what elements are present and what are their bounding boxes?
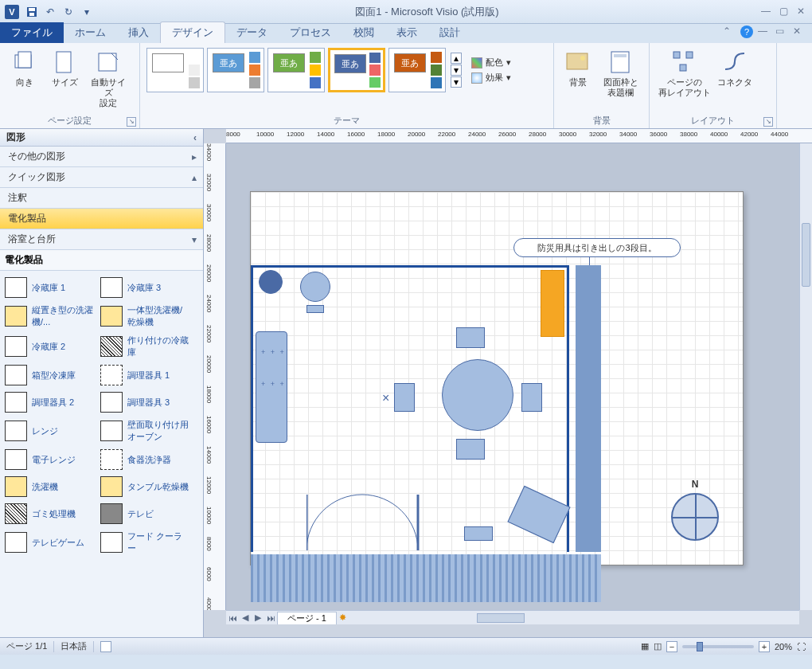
shape-item[interactable]: 壁面取り付け用オーブン [97,416,193,446]
shape-item[interactable]: 食器洗浄器 [97,446,193,473]
zoom-slider[interactable] [682,645,754,648]
shape-chair-bottom[interactable] [456,439,485,460]
wall-segment[interactable] [576,265,601,552]
shape-item[interactable]: 一体型洗濯機/乾燥機 [97,301,193,331]
shape-chair-right[interactable] [521,383,542,412]
zoom-in-button[interactable]: + [759,641,770,652]
tab-plan[interactable]: 設計 [428,22,471,43]
theme-swatch-1[interactable]: 亜あ [207,48,264,92]
tab-review[interactable]: 校閲 [342,22,385,43]
shape-round-table[interactable] [442,359,513,431]
zoom-slider-thumb[interactable] [697,642,703,651]
shape-item[interactable]: テレビ [97,500,193,527]
stencil-bath-kitchen[interactable]: 浴室と台所▾ [0,229,203,250]
help-icon[interactable]: ? [740,25,753,38]
maximize-button[interactable]: ▢ [777,6,790,18]
colors-button[interactable]: 配色 ▾ [470,55,513,70]
shape-item[interactable]: レンジ [2,416,97,446]
fit-width-icon[interactable]: ◫ [654,641,662,651]
theme-swatch-2[interactable]: 亜あ [267,48,325,92]
page-tab-1[interactable]: ページ - 1 [277,612,337,624]
ribbon-minimize-icon[interactable]: ⌃ [723,25,736,38]
shape-double-door[interactable] [306,487,426,550]
hscroll-thumb[interactable] [477,613,525,623]
shape-item[interactable]: 縦置き型の洗濯機/... [2,301,97,331]
page-first[interactable]: ⏮ [226,613,239,623]
shape-chair-left[interactable] [394,383,415,412]
layout-launcher[interactable]: ↘ [763,117,773,127]
vertical-scrollbar[interactable] [799,143,812,610]
shape-item[interactable]: 冷蔵庫 1 [2,274,97,301]
connectors-button[interactable]: コネクタ [715,46,755,102]
shape-item[interactable]: フード クーラー [97,527,193,558]
page-last[interactable]: ⏭ [264,613,277,623]
shape-item[interactable]: 冷蔵庫 3 [97,274,193,301]
canvas[interactable]: 防災用具は引き出しの3段目。 × [226,143,799,610]
page-prev[interactable]: ◀ [239,612,252,623]
shape-item[interactable]: 箱型冷凍庫 [2,362,97,389]
mdi-minimize-icon[interactable]: — [758,25,771,38]
undo-button[interactable]: ↶ [42,4,58,20]
shape-orange-cabinet[interactable] [541,270,564,337]
tab-data[interactable]: データ [225,22,279,43]
shape-item[interactable]: タンブル乾燥機 [97,473,193,500]
stencil-annotations[interactable]: 注釈 [0,188,203,209]
shape-small-table[interactable] [464,526,493,541]
qat-customize[interactable]: ▾ [79,4,95,20]
drawing-page[interactable]: 防災用具は引き出しの3段目。 × [250,191,744,565]
tab-file[interactable]: ファイル [0,22,64,43]
theme-scroll-up[interactable]: ▴ [451,53,462,64]
fit-page-icon[interactable]: ▦ [641,641,649,651]
macro-record-icon[interactable] [100,641,111,652]
theme-swatch-3[interactable]: 亜あ [328,48,385,92]
close-button[interactable]: ✕ [794,6,807,18]
minimize-button[interactable]: — [759,6,772,18]
zoom-level[interactable]: 20% [775,642,792,651]
mdi-close-icon[interactable]: ✕ [793,25,806,38]
relayout-button[interactable]: ページの 再レイアウト [654,46,715,102]
background-button[interactable]: 背景 [559,46,598,102]
page-next[interactable]: ▶ [252,612,264,623]
save-button[interactable] [24,4,40,20]
full-screen-icon[interactable]: ⛶ [797,642,806,651]
theme-swatch-0[interactable] [146,48,204,92]
zoom-out-button[interactable]: − [666,641,677,652]
shape-item[interactable]: 電子レンジ [2,446,97,473]
theme-scroll-down[interactable]: ▾ [451,65,462,76]
shape-item[interactable]: 調理器具 1 [97,362,193,389]
size-button[interactable]: サイズ [45,46,84,112]
shape-round-chair[interactable] [300,272,330,302]
shape-item[interactable]: 調理器具 2 [2,389,97,416]
page-add[interactable]: ✸ [337,612,349,623]
borders-titles-button[interactable]: 図面枠と 表題欄 [598,46,644,102]
shape-item[interactable]: 洗濯機 [2,473,97,500]
tab-process[interactable]: プロセス [279,22,342,43]
shape-item[interactable]: 冷蔵庫 2 [2,331,97,362]
shape-small-rect[interactable] [306,305,324,313]
pagesetup-launcher[interactable]: ↘ [127,117,136,127]
shape-chair-top[interactable] [456,327,485,348]
theme-swatch-4[interactable]: 亜あ [388,48,446,92]
quick-shapes[interactable]: クイック図形▴ [0,167,203,188]
shape-spiky-circle[interactable] [259,270,283,294]
autosize-button[interactable]: 自動サイズ 設定 [84,46,132,112]
compass[interactable]: N [671,493,719,541]
stencil-electrical[interactable]: 電化製品 [0,209,203,229]
theme-gallery-expand[interactable]: ▾ [451,76,462,88]
more-shapes[interactable]: その他の図形▸ [0,147,203,167]
mdi-restore-icon[interactable]: ▭ [775,25,788,38]
collapse-panel-icon[interactable]: ‹ [193,132,197,143]
tab-design[interactable]: デザイン [160,22,225,43]
shape-item[interactable]: 作り付けの冷蔵庫 [97,331,193,362]
effects-button[interactable]: 効果 ▾ [470,70,513,85]
tab-home[interactable]: ホーム [64,22,117,43]
tab-view[interactable]: 表示 [385,22,428,43]
shape-item[interactable]: テレビゲーム [2,527,97,558]
orientation-button[interactable]: 向き [5,46,45,112]
shape-x-mark[interactable]: × [382,391,389,405]
vscroll-thumb[interactable] [802,223,810,287]
redo-button[interactable]: ↻ [61,4,76,20]
shape-item[interactable]: 調理器具 3 [97,389,193,416]
shape-item[interactable]: ゴミ処理機 [2,500,97,527]
shape-sofa[interactable] [256,331,287,443]
